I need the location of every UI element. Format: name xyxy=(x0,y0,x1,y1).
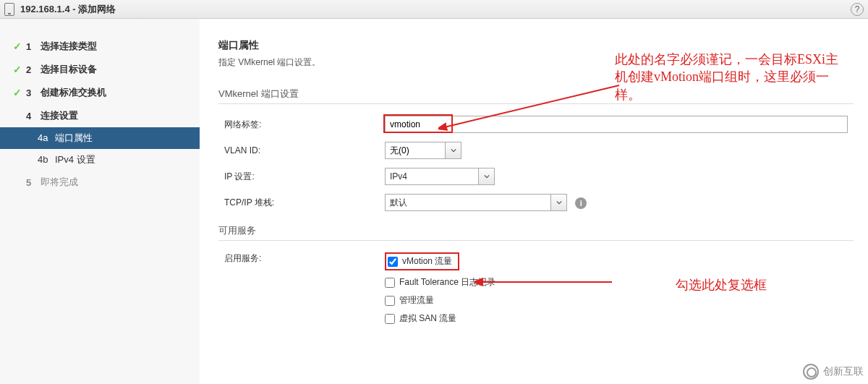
ft-checkbox-label: Fault Tolerance 日志记录 xyxy=(399,276,495,289)
vlan-id-combo[interactable] xyxy=(385,142,461,159)
vsan-checkbox-label: 虚拟 SAN 流量 xyxy=(399,312,456,325)
group-services: 可用服务 xyxy=(218,224,854,241)
content-pane: 端口属性 指定 VMkernel 端口设置。 VMkernel 端口设置 网络标… xyxy=(200,19,868,384)
label-network-label: 网络标签: xyxy=(218,119,385,131)
step-1[interactable]: ✓1选择连接类型 xyxy=(0,35,200,58)
row-tcpip-stack: TCP/IP 堆栈: 默认 i xyxy=(218,194,854,211)
ip-settings-value: IPv4 xyxy=(385,168,479,185)
check-icon: ✓ xyxy=(13,87,26,98)
group-vmkernel: VMkernel 端口设置 xyxy=(218,88,854,104)
label-tcpip-stack: TCP/IP 堆栈: xyxy=(218,197,385,209)
watermark-text: 创新互联 xyxy=(823,365,864,378)
vsan-checkbox[interactable] xyxy=(385,314,395,324)
network-label-input[interactable] xyxy=(385,116,848,133)
step-2[interactable]: ✓2选择目标设备 xyxy=(0,58,200,81)
label-enable-services: 启用服务: xyxy=(218,252,385,265)
mgmt-checkbox[interactable] xyxy=(385,296,395,306)
help-icon[interactable]: ? xyxy=(851,3,864,16)
step-3[interactable]: ✓3创建标准交换机 xyxy=(0,81,200,104)
highlight-box: vMotion 流量 xyxy=(385,252,459,270)
watermark: 创新互联 xyxy=(803,364,864,380)
wizard-steps-sidebar: ✓1选择连接类型 ✓2选择目标设备 ✓3创建标准交换机 4连接设置 4a端口属性… xyxy=(0,19,200,384)
mgmt-checkbox-label: 管理流量 xyxy=(399,294,434,307)
page-title: 端口属性 xyxy=(218,39,854,52)
step-4: 4连接设置 xyxy=(0,104,200,127)
window-title: 192.168.1.4 - 添加网络 xyxy=(20,3,116,16)
row-network-label: 网络标签: xyxy=(218,116,854,133)
check-icon: ✓ xyxy=(13,64,26,75)
step-4b[interactable]: 4bIPv4 设置 xyxy=(0,149,200,171)
chevron-down-icon[interactable] xyxy=(446,142,461,159)
vmotion-checkbox[interactable] xyxy=(388,257,398,267)
vmotion-checkbox-label: vMotion 流量 xyxy=(402,255,452,268)
watermark-logo-icon xyxy=(803,364,819,380)
ft-checkbox[interactable] xyxy=(385,278,395,288)
tcpip-stack-dropdown[interactable]: 默认 xyxy=(385,194,567,211)
ip-settings-dropdown[interactable]: IPv4 xyxy=(385,168,495,185)
check-icon: ✓ xyxy=(13,40,26,52)
row-ip-settings: IP 设置: IPv4 xyxy=(218,168,854,185)
title-bar: 192.168.1.4 - 添加网络 ? xyxy=(0,0,868,19)
page-subtitle: 指定 VMkernel 端口设置。 xyxy=(218,56,854,69)
step-4a[interactable]: 4a端口属性 xyxy=(0,127,200,149)
info-icon[interactable]: i xyxy=(575,197,587,209)
label-ip-settings: IP 设置: xyxy=(218,171,385,183)
step-5: 5即将完成 xyxy=(0,171,200,194)
row-vlan-id: VLAN ID: xyxy=(218,142,854,159)
services-list: vMotion 流量 Fault Tolerance 日志记录 管理流量 虚拟 … xyxy=(385,252,854,330)
tcpip-stack-value: 默认 xyxy=(385,194,551,211)
device-icon xyxy=(4,3,14,16)
chevron-down-icon[interactable] xyxy=(479,168,495,185)
vlan-id-input[interactable] xyxy=(385,142,446,159)
label-vlan-id: VLAN ID: xyxy=(218,145,385,155)
chevron-down-icon[interactable] xyxy=(551,194,567,211)
